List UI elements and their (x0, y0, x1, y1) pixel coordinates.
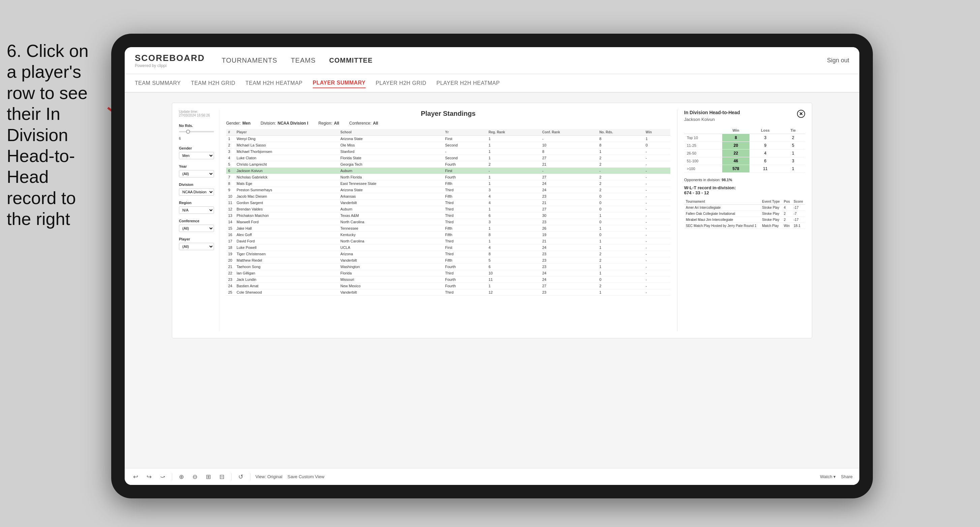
redo-button[interactable]: ↪ (145, 471, 153, 482)
h2h-row: 11-25 20 9 5 (684, 142, 805, 149)
cell-rank: 24 (226, 283, 235, 289)
settings-button[interactable]: ↺ (237, 471, 245, 482)
h2h-close-button[interactable]: ✕ (797, 110, 805, 118)
tab-team-h2h-grid[interactable]: TEAM H2H GRID (191, 78, 235, 88)
cell-conf-rank: 27 (540, 206, 597, 213)
table-row[interactable]: 25 Cole Sherwood Vanderbilt Third 12 23 … (226, 289, 670, 296)
tab-player-h2h-grid[interactable]: PLAYER H2H GRID (376, 78, 426, 88)
sign-out-button[interactable]: Sign out (827, 57, 849, 64)
cell-win: - (644, 213, 670, 219)
table-row[interactable]: 3 Michael Thorbjornsen Stanford - 1 8 1 … (226, 149, 670, 155)
table-row[interactable]: 8 Mats Ege East Tennessee State Fifth 1 … (226, 181, 670, 187)
division-select[interactable]: NCAA Division I (179, 188, 214, 196)
cell-rank: 12 (226, 206, 235, 213)
cell-yr: First (443, 168, 487, 174)
header-right: Sign out (827, 57, 849, 64)
col-reg-rank: Reg. Rank (487, 129, 540, 136)
refresh-button[interactable]: ⤻ (158, 471, 167, 482)
player-filter: Player (All) (179, 237, 214, 250)
table-row[interactable]: 17 David Ford North Carolina Third 1 21 … (226, 238, 670, 244)
cell-rank: 4 (226, 155, 235, 161)
nav-committee[interactable]: COMMITTEE (329, 55, 373, 66)
cell-no-rds: 2 (597, 161, 643, 168)
gender-select[interactable]: Men (179, 152, 214, 159)
no-rds-label: No Rds. (179, 124, 193, 128)
tab-player-h2h-heatmap[interactable]: PLAYER H2H HEATMAP (436, 78, 500, 88)
cell-win: 1 (644, 136, 670, 142)
view-original-button[interactable]: View: Original (255, 474, 282, 479)
cell-win: - (644, 168, 670, 174)
cell-school: Vanderbilt (338, 200, 443, 206)
table-row[interactable]: 5 Christo Lamprecht Georgia Tech Fourth … (226, 161, 670, 168)
cell-conf-rank: 24 (540, 187, 597, 193)
tab-team-summary[interactable]: TEAM SUMMARY (135, 78, 181, 88)
table-row[interactable]: 11 Gordon Sargent Vanderbilt Third 4 21 … (226, 200, 670, 206)
zoom-out-button[interactable]: ⊖ (191, 471, 199, 482)
table-row[interactable]: 18 Luke Powell UCLA First 4 24 1 - (226, 244, 670, 251)
cell-school: Arkansas (338, 193, 443, 200)
no-rds-slider[interactable] (179, 131, 214, 132)
table-row[interactable]: 10 Jacob Mac Diesen Arkansas Fifth 4 23 … (226, 193, 670, 200)
player-select[interactable]: (All) (179, 243, 214, 250)
nav-teams[interactable]: TEAMS (291, 55, 316, 66)
cell-no-rds: 1 (597, 149, 643, 155)
cell-school: North Carolina (338, 238, 443, 244)
col-conf-rank: Conf. Rank (540, 129, 597, 136)
cell-reg-rank: 3 (487, 187, 540, 193)
cell-no-rds: 1 (597, 213, 643, 219)
t-col-name: Tournament (684, 199, 760, 205)
cell-player: Jacob Mac Diesen (235, 193, 338, 200)
filter-gender: Gender: Men (226, 121, 250, 125)
tab-player-summary[interactable]: PLAYER SUMMARY (313, 78, 366, 88)
cell-school: Missouri (338, 276, 443, 283)
cell-yr: Third (443, 206, 487, 213)
h2h-tie: 2 (781, 134, 805, 142)
cell-rank: 3 (226, 149, 235, 155)
table-row[interactable]: 7 Nicholas Gabrielck North Florida Fourt… (226, 174, 670, 181)
h2h-win: 20 (722, 142, 749, 149)
region-select[interactable]: N/A (179, 206, 214, 214)
logo-area: SCOREBOARD Powered by clippi (135, 53, 205, 68)
table-row[interactable]: 15 Jake Hall Tennessee Fifth 1 26 1 - (226, 225, 670, 232)
t-type: Stroke Play (760, 217, 782, 223)
table-row[interactable]: 16 Alex Goff Kentucky Fifth 8 19 0 - (226, 232, 670, 238)
share-button[interactable]: Share (841, 474, 853, 479)
cell-yr: Fourth (443, 283, 487, 289)
cell-rank: 20 (226, 257, 235, 264)
nav-tournaments[interactable]: TOURNAMENTS (222, 55, 277, 66)
table-row[interactable]: 22 Ian Gilligan Florida Third 10 24 1 - (226, 270, 670, 276)
cell-player: Jackson Koivun (235, 168, 338, 174)
undo-button[interactable]: ↩ (131, 471, 140, 482)
expand-button[interactable]: ⊞ (204, 471, 213, 482)
tab-team-h2h-heatmap[interactable]: TEAM H2H HEATMAP (245, 78, 302, 88)
table-row[interactable]: 14 Maxwell Ford North Carolina Third 3 2… (226, 219, 670, 225)
cell-yr: Fourth (443, 276, 487, 283)
conference-select[interactable]: (All) (179, 225, 214, 232)
watch-button[interactable]: Watch ▾ (820, 474, 836, 479)
division-label: Division (179, 183, 214, 187)
table-row[interactable]: 24 Bastien Amat New Mexico Fourth 1 27 2… (226, 283, 670, 289)
table-row[interactable]: 4 Luke Claton Florida State Second 1 27 … (226, 155, 670, 161)
table-row[interactable]: 13 Phichaksn Maichon Texas A&M Third 6 3… (226, 213, 670, 219)
table-row[interactable]: 20 Matthew Riedel Vanderbilt Fifth 5 23 … (226, 257, 670, 264)
year-select[interactable]: (All) (179, 170, 214, 178)
table-row[interactable]: 1 Wenyi Ding Arizona State First 1 - 8 1 (226, 136, 670, 142)
table-row[interactable]: 9 Preston Summerhays Arizona State Third… (226, 187, 670, 193)
cell-reg-rank: 1 (487, 206, 540, 213)
table-row[interactable]: 6 Jackson Koivun Auburn First - - - - (226, 168, 670, 174)
cell-rank: 9 (226, 187, 235, 193)
table-row[interactable]: 21 Taehoon Song Washington Fourth 6 23 1… (226, 264, 670, 270)
collapse-button[interactable]: ⊟ (218, 471, 226, 482)
table-row[interactable]: 23 Jack Lundin Missouri Fourth 11 24 0 - (226, 276, 670, 283)
table-row[interactable]: 12 Brendan Valdes Auburn Third 1 27 0 - (226, 206, 670, 213)
cell-reg-rank: 4 (487, 200, 540, 206)
h2h-win: 22 (722, 149, 749, 157)
table-row[interactable]: 19 Tiger Christensen Arizona Third 8 23 … (226, 251, 670, 257)
cell-conf-rank: 27 (540, 155, 597, 161)
save-custom-button[interactable]: Save Custom View (288, 474, 325, 479)
cell-no-rds: 2 (597, 181, 643, 187)
cell-win: - (644, 187, 670, 193)
zoom-in-button[interactable]: ⊕ (177, 471, 186, 482)
table-row[interactable]: 2 Michael La Sasso Ole Miss Second 1 10 … (226, 142, 670, 149)
cell-conf-rank: 10 (540, 142, 597, 149)
